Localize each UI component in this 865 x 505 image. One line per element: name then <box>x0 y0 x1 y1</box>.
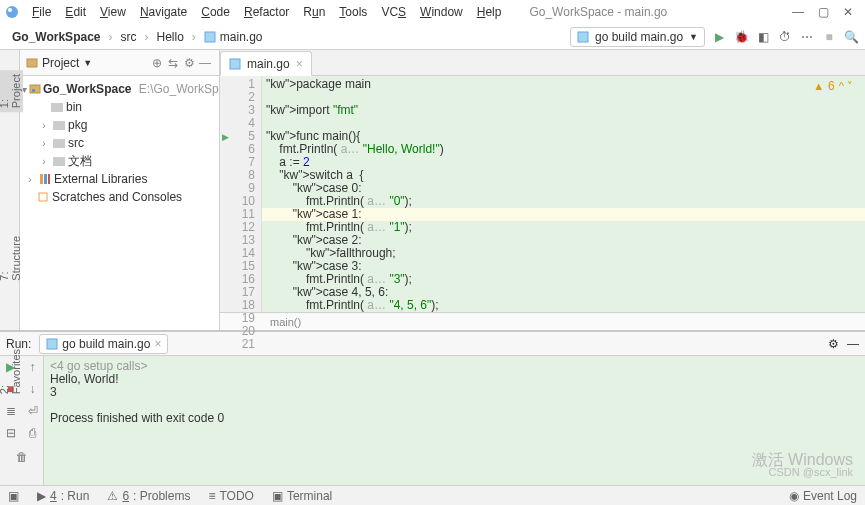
go-icon <box>577 31 589 43</box>
watermark: 激活 Windows CSDN @scx_link <box>752 453 853 479</box>
status-problems[interactable]: ⚠ 6: Problems <box>103 489 194 503</box>
menu-run[interactable]: Run <box>297 3 331 21</box>
svg-rect-4 <box>27 59 37 67</box>
folder-icon <box>52 136 66 150</box>
tree-folder-src[interactable]: src <box>68 136 84 150</box>
tool-windows-icon[interactable]: ▣ <box>4 489 23 503</box>
editor-area: main.go × 12345▶678910111213141516171819… <box>220 50 865 330</box>
breadcrumb-file[interactable]: main.go <box>198 28 269 46</box>
inspection-badge[interactable]: ▲ 6 ^ ˅ <box>813 80 853 93</box>
svg-rect-8 <box>53 121 65 130</box>
module-icon <box>29 82 41 96</box>
svg-point-1 <box>8 8 12 12</box>
project-view-selector[interactable]: Project ▼ <box>26 56 92 70</box>
go-file-icon <box>229 58 241 70</box>
status-todo[interactable]: ≡ TODO <box>204 489 257 503</box>
go-icon <box>46 338 58 350</box>
status-bar: ▣ ▶ 4: Run ⚠ 6: Problems ≡ TODO ▣ Termin… <box>0 485 865 505</box>
project-tool-tab[interactable]: 1: Project <box>0 70 23 112</box>
svg-rect-3 <box>578 32 588 42</box>
project-panel: Project ▼ ⊕ ⇆ ⚙ — ▾ Go_WorkSpace E:\Go_W… <box>20 50 220 330</box>
run-config-selector[interactable]: go build main.go ▼ <box>570 27 705 47</box>
tree-root[interactable]: Go_WorkSpace <box>43 82 131 96</box>
run-tab[interactable]: go build main.go × <box>39 334 168 354</box>
menu-bar: File Edit View Navigate Code Refactor Ru… <box>0 0 865 24</box>
editor-tab-main[interactable]: main.go × <box>220 51 312 76</box>
hide-icon[interactable]: — <box>197 56 213 70</box>
tree-folder-docs[interactable]: 文档 <box>68 153 92 170</box>
status-eventlog[interactable]: ◉ Event Log <box>785 489 861 503</box>
chevron-down-icon: ▼ <box>689 32 698 42</box>
scratches-icon <box>36 190 50 204</box>
menu-file[interactable]: File <box>26 3 57 21</box>
hide-icon[interactable]: — <box>847 337 859 351</box>
code-editor[interactable]: ▲ 6 ^ ˅ "kw">package main"kw">import "fm… <box>262 76 865 312</box>
gear-icon[interactable]: ⚙ <box>828 337 839 351</box>
profile-button[interactable]: ⏱ <box>777 29 793 45</box>
svg-rect-13 <box>48 174 50 184</box>
menu-view[interactable]: View <box>94 3 132 21</box>
minimize-icon[interactable]: — <box>792 5 804 19</box>
menu-vcs[interactable]: VCS <box>375 3 412 21</box>
print-icon[interactable]: ⎙ <box>24 426 42 440</box>
breadcrumb-src[interactable]: src <box>114 28 142 46</box>
breadcrumb-hello[interactable]: Hello <box>150 28 189 46</box>
layout-button[interactable]: ≣ <box>2 404 20 418</box>
close-tab-icon[interactable]: × <box>154 337 161 351</box>
status-run[interactable]: ▶ 4: Run <box>33 489 93 503</box>
locate-icon[interactable]: ⊕ <box>149 56 165 70</box>
pin-button[interactable]: ⊟ <box>2 426 20 440</box>
debug-button[interactable]: 🐞 <box>733 29 749 45</box>
tree-scratches[interactable]: Scratches and Consoles <box>52 190 182 204</box>
attach-button[interactable]: ⋯ <box>799 29 815 45</box>
expand-icon[interactable]: ⇆ <box>165 56 181 70</box>
svg-point-0 <box>6 6 18 18</box>
folder-icon <box>52 154 66 168</box>
menu-help[interactable]: Help <box>471 3 508 21</box>
menu-refactor[interactable]: Refactor <box>238 3 295 21</box>
chevron-icon: › <box>142 30 150 44</box>
run-tool-window: Run: go build main.go × ⚙ — ▶ ■ ≣ ⊟ ↑ ↓ … <box>0 330 865 485</box>
gear-icon[interactable]: ⚙ <box>181 56 197 70</box>
svg-rect-14 <box>39 193 47 201</box>
svg-rect-9 <box>53 139 65 148</box>
search-icon[interactable]: 🔍 <box>843 29 859 45</box>
folder-icon <box>50 100 64 114</box>
console-output[interactable]: <4 go setup calls>Hello, World!3 Process… <box>44 356 865 485</box>
wrap-icon[interactable]: ⏎ <box>24 404 42 418</box>
go-file-icon <box>204 31 216 43</box>
svg-rect-11 <box>40 174 43 184</box>
project-tree[interactable]: ▾ Go_WorkSpace E:\Go_WorkSpace bin ›pkg … <box>20 76 219 210</box>
status-terminal[interactable]: ▣ Terminal <box>268 489 336 503</box>
tree-external-libraries[interactable]: External Libraries <box>54 172 147 186</box>
favorites-tool-tab[interactable]: 2: Favorites <box>0 345 23 398</box>
svg-rect-12 <box>44 174 47 184</box>
breadcrumb-root[interactable]: Go_WorkSpace <box>6 28 106 46</box>
menu-code[interactable]: Code <box>195 3 236 21</box>
code-context[interactable]: main() <box>220 312 865 330</box>
svg-rect-15 <box>230 59 240 69</box>
editor-gutter[interactable]: 12345▶6789101112131415161718192021 <box>220 76 262 312</box>
svg-rect-10 <box>53 157 65 166</box>
menu-window[interactable]: Window <box>414 3 469 21</box>
down-icon[interactable]: ↓ <box>24 382 42 396</box>
coverage-button[interactable]: ◧ <box>755 29 771 45</box>
stop-button[interactable]: ■ <box>821 29 837 45</box>
svg-rect-7 <box>51 103 63 112</box>
menu-tools[interactable]: Tools <box>333 3 373 21</box>
tree-folder-bin[interactable]: bin <box>66 100 82 114</box>
close-tab-icon[interactable]: × <box>296 57 303 71</box>
chevron-icon: › <box>106 30 114 44</box>
svg-rect-6 <box>32 89 35 92</box>
structure-tool-tab[interactable]: 7: Structure <box>0 232 23 285</box>
window-title: Go_WorkSpace - main.go <box>529 5 667 19</box>
menu-edit[interactable]: Edit <box>59 3 92 21</box>
run-button[interactable]: ▶ <box>711 29 727 45</box>
up-icon[interactable]: ↑ <box>24 360 42 374</box>
tree-folder-pkg[interactable]: pkg <box>68 118 87 132</box>
left-tool-strip: 1: Project 7: Structure 2: Favorites <box>0 50 20 330</box>
menu-navigate[interactable]: Navigate <box>134 3 193 21</box>
delete-icon[interactable]: 🗑 <box>13 450 31 464</box>
maximize-icon[interactable]: ▢ <box>818 5 829 19</box>
close-icon[interactable]: ✕ <box>843 5 853 19</box>
